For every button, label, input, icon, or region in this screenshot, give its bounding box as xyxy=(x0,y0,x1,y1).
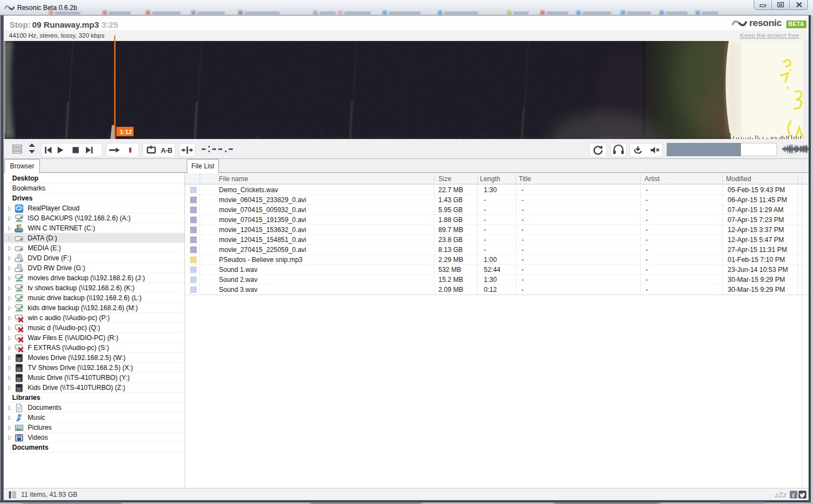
svg-text:1:12: 1:12 xyxy=(120,128,132,135)
svg-text:f: f xyxy=(792,492,795,498)
svg-text:A-B: A-B xyxy=(161,147,172,155)
